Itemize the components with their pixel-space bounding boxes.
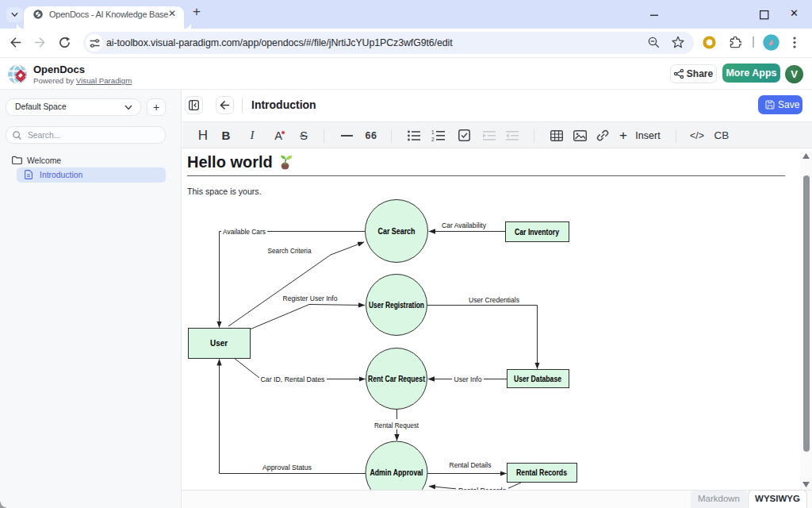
svg-text:User Database: User Database [514,374,561,383]
svg-text:Search Criteria: Search Criteria [268,246,312,255]
svg-text:Rental Request: Rental Request [374,421,419,429]
svg-text:Register User Info: Register User Info [283,294,338,302]
svg-text:Car Availability: Car Availability [442,221,486,229]
svg-text:User Credentials: User Credentials [469,295,519,304]
svg-text:User Info: User Info [454,375,482,383]
svg-text:User: User [210,338,228,348]
svg-text:User Registration: User Registration [369,300,424,310]
svg-text:Admin Approval: Admin Approval [370,468,423,477]
svg-text:Car ID, Rental Dates: Car ID, Rental Dates [261,375,325,383]
svg-text:Rental Records: Rental Records [516,468,567,477]
svg-text:1: 1 [431,129,435,135]
svg-text:2: 2 [431,137,435,142]
svg-text:Rental Details: Rental Details [450,460,492,469]
svg-text:Car Inventory: Car Inventory [515,227,560,237]
svg-text:Available Cars: Available Cars [223,227,266,236]
svg-text:Car Search: Car Search [378,226,416,236]
svg-text:Rent Car Request: Rent Car Request [368,374,425,383]
svg-text:Approval Status: Approval Status [262,463,312,471]
